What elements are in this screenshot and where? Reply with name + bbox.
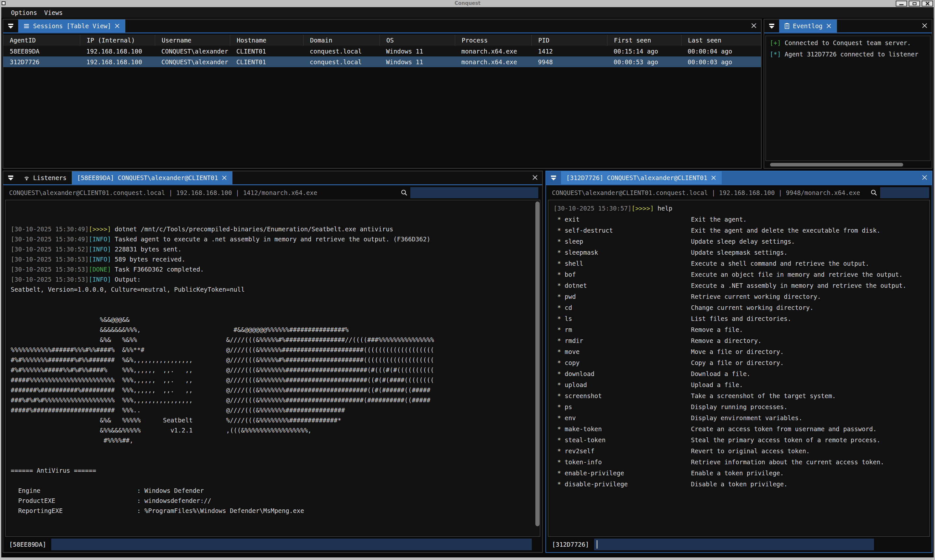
search-input[interactable] [880, 187, 929, 198]
tab-close-icon[interactable] [711, 175, 716, 181]
search-input[interactable] [410, 187, 538, 198]
terminal-line: #%#%%%%%%#####%%#%#%%####% %%%,,,,,, ,,.… [11, 365, 540, 375]
terminal-line: * self-destruct Exit the agent and delet… [553, 225, 929, 236]
command-input[interactable] [594, 538, 874, 550]
terminal-line: * sleep Update sleep delay settings. [553, 236, 929, 247]
terminal-panel-close-icon[interactable] [921, 171, 928, 183]
window-title: Conquest [0, 0, 935, 6]
terminal-line: * disable-privilege Disable a token priv… [553, 478, 929, 489]
terminal-line: [30-10-2025 15:30:53][INFO] Output: [11, 274, 540, 285]
terminal-line: &%%&&&%%%%% v1.2.1 ,(((&%%%%%%%%%%%%%%%%… [11, 425, 540, 435]
terminal-line: %%%%%%%%%%%######%%%#%%####% &%%**# @///… [11, 345, 540, 355]
terminal-line: ====== AntiVirus ====== [11, 466, 540, 475]
clipboard-icon [784, 23, 790, 29]
terminal-line: * screenshot Take a screenshot of the ta… [553, 390, 929, 402]
terminal-line: * enable-privilege Enable a token privil… [553, 468, 929, 478]
tab-agent-label: [312D7726] CONQUEST\alexander@CLIENT01 [566, 174, 707, 182]
sessions-panel: Sessions [Table View] AgentIDIP (Interna… [3, 19, 762, 169]
titlebar: Conquest [0, 0, 935, 7]
table-row[interactable]: 312D7726192.168.168.100CONQUEST\alexande… [3, 57, 761, 67]
dropdown-icon [769, 23, 775, 29]
terminal-line: * make-token Create an access token from… [553, 423, 929, 434]
menu-options[interactable]: Options [11, 9, 37, 16]
table-cell: conquest.local [303, 48, 379, 55]
terminal-line: * dotnet Execute a .NET assembly in memo… [553, 280, 929, 291]
terminal-line: * rev2self Revert to original access tok… [553, 445, 929, 457]
table-cell: conquest.local [303, 58, 379, 66]
terminal-line: * exit Exit the agent. [553, 214, 929, 225]
column-header: IP (Internal) [80, 35, 155, 46]
menu-views[interactable]: Views [44, 9, 63, 16]
eventlog-panel: Eventlog [+] Connected to Conquest team … [764, 19, 932, 169]
dropdown-icon [8, 175, 14, 181]
terminal-line: #####%###################### %%%.. @////… [11, 405, 540, 415]
table-cell: 312D7726 [3, 58, 80, 66]
tab-agent-58EE89DA[interactable]: [58EE89DA] CONQUEST\alexander@CLIENT01 [72, 171, 233, 184]
terminal-tabbar: Listeners [58EE89DA] CONQUEST\alexander@… [3, 171, 542, 185]
terminal-line: * env Display environment variables. [553, 412, 929, 423]
search-icon [870, 189, 878, 196]
table-cell: CLIENT01 [230, 48, 303, 55]
terminal-line: Seatbelt, Version=1.0.0.0, Culture=neutr… [11, 285, 540, 295]
terminal-panel-close-icon[interactable] [532, 171, 538, 183]
table-cell: 192.168.168.100 [80, 58, 155, 66]
table-cell: 9948 [531, 58, 607, 66]
terminal-line: * rmdir Remove a directory. [553, 335, 929, 346]
eventlog-tabbar: Eventlog [764, 20, 932, 34]
sessions-panel-close-icon[interactable] [750, 20, 757, 31]
terminal-line: * steal-token Steal the primary access t… [553, 434, 929, 445]
panel-menu-button[interactable] [3, 171, 18, 184]
terminal-line: [30-10-2025 15:30:49][INFO] Tasked agent… [11, 234, 540, 244]
terminal-line [11, 526, 540, 536]
terminal-output: [30-10-2025 15:30:49][>>>>] dotnet /mnt/… [5, 200, 540, 537]
table-cell: 00:00:53 ago [607, 58, 681, 66]
terminal-line: &&&&&&&%%%, #&&@@@@@@%%%%%%#############… [11, 325, 540, 335]
terminal-line [11, 475, 540, 486]
maximize-button[interactable] [909, 1, 920, 6]
eventlog-horizontal-scrollbar[interactable] [767, 163, 929, 167]
column-header: Domain [303, 35, 379, 46]
conquest-window: Conquest Options Views [0, 0, 935, 560]
tab-eventlog[interactable]: Eventlog [779, 20, 837, 32]
tab-close-icon[interactable] [222, 175, 227, 181]
terminal-line: ReportingEXE : %ProgramFiles%\Windows De… [11, 506, 540, 516]
tab-agent-312D7726[interactable]: [312D7726] CONQUEST\alexander@CLIENT01 [561, 171, 722, 184]
terminal-line: * move Move a file or directory. [553, 346, 929, 357]
tab-listeners[interactable]: Listeners [18, 171, 72, 184]
agent-terminal-312D7726: [312D7726] CONQUEST\alexander@CLIENT01 C… [545, 171, 932, 553]
panel-menu-button[interactable] [764, 20, 779, 32]
minimize-button[interactable] [896, 1, 907, 6]
column-header: First seen [607, 35, 681, 46]
eventlog-panel-close-icon[interactable] [921, 20, 928, 31]
close-button[interactable] [922, 1, 933, 6]
scrollbar-thumb[interactable] [535, 202, 539, 526]
broadcast-icon [23, 175, 30, 181]
sessions-tabbar: Sessions [Table View] [3, 20, 761, 34]
terminal-line: #%%%%##, [11, 435, 540, 445]
table-cell: 192.168.168.100 [80, 48, 155, 55]
tab-close-icon[interactable] [826, 23, 832, 29]
eventlog-line: [+] Connected to Conquest team server. [770, 37, 926, 49]
table-cell: Windows 11 [379, 48, 455, 55]
terminal-line [11, 295, 540, 305]
column-header: AgentID [3, 35, 80, 46]
tab-sessions-label: Sessions [Table View] [33, 22, 111, 29]
terminal-line: #######%##########%######### %%%,,,,,, ,… [11, 385, 540, 395]
table-row[interactable]: 58EE89DA192.168.168.100CONQUEST\alexande… [3, 46, 761, 57]
terminal-line: &%& %%%%% Seatbelt %////(((&%%%%%%%%####… [11, 415, 540, 425]
vertical-scrollbar[interactable] [535, 201, 539, 536]
command-input[interactable] [51, 538, 532, 550]
tab-close-icon[interactable] [114, 23, 120, 29]
panel-menu-button[interactable] [546, 171, 561, 184]
agent-status-line: CONQUEST\alexander@CLIENT01.conquest.loc… [3, 185, 542, 200]
tab-sessions[interactable]: Sessions [Table View] [18, 20, 125, 32]
column-header: OS [379, 35, 455, 46]
panel-menu-button[interactable] [3, 20, 18, 32]
terminal-line: [30-10-2025 15:30:53][DONE] Task F366D36… [11, 265, 540, 274]
scrollbar-thumb[interactable] [770, 163, 903, 166]
terminal-line: * upload Upload a file. [553, 379, 929, 390]
text-cursor [597, 540, 598, 549]
terminal-line: * sleepmask Update sleepmask settings. [553, 247, 929, 258]
sessions-table-body: 58EE89DA192.168.168.100CONQUEST\alexande… [3, 46, 761, 67]
terminal-line: Engine : Windows Defender [11, 486, 540, 496]
